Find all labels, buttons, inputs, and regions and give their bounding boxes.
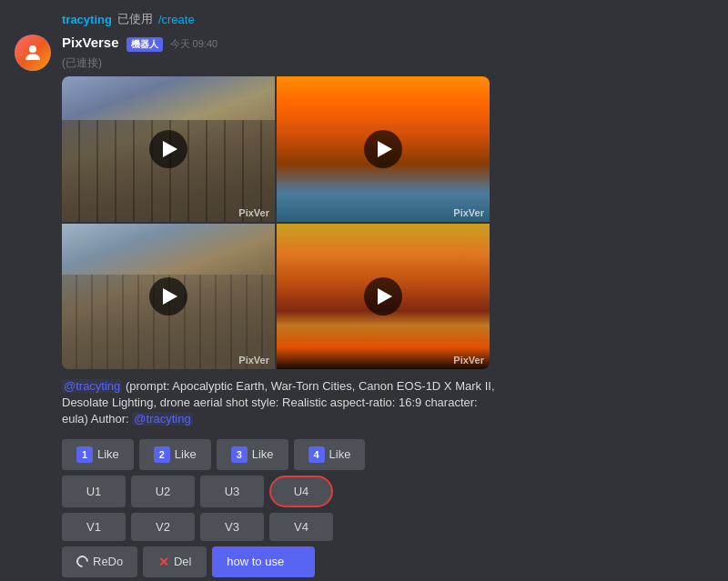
- play-icon-1: [163, 141, 177, 157]
- u-button-row: U1 U2 U3 U4: [62, 476, 499, 507]
- message-row: PixVerse 機器人 今天 09:40 (已連接) PixVer: [15, 35, 713, 577]
- v3-label: V3: [225, 520, 239, 534]
- like-button-row: 1 Like 2 Like 3 Like 4 Like: [62, 439, 499, 470]
- v4-button[interactable]: V4: [269, 513, 333, 541]
- like-label-4: Like: [329, 447, 351, 461]
- video-thumb-1[interactable]: PixVer: [62, 76, 275, 222]
- watermark-3: PixVer: [238, 355, 269, 366]
- like-label-2: Like: [175, 447, 197, 461]
- v1-button[interactable]: V1: [62, 513, 126, 541]
- avatar: [15, 35, 51, 71]
- watermark-2: PixVer: [453, 207, 484, 218]
- redo-icon: [74, 553, 90, 569]
- status-text: (已連接): [62, 55, 713, 71]
- video-thumb-2[interactable]: PixVer: [277, 76, 490, 222]
- video-grid: PixVer PixVer PixVer: [62, 76, 490, 369]
- play-button-2[interactable]: [364, 130, 402, 168]
- watermark-1: PixVer: [238, 207, 269, 218]
- action-username: tracyting: [62, 13, 112, 26]
- v1-label: V1: [86, 520, 101, 534]
- user-action-row: tracyting 已使用 /create: [15, 11, 713, 27]
- play-button-1[interactable]: [149, 130, 187, 168]
- how-to-use-label: how to use: [227, 555, 284, 568]
- play-icon-2: [378, 141, 392, 157]
- message-content: PixVerse 機器人 今天 09:40 (已連接) PixVer: [62, 35, 713, 577]
- redo-button[interactable]: ReDo: [62, 546, 137, 577]
- like-num-2: 2: [154, 446, 170, 463]
- del-icon: ✕: [158, 555, 169, 569]
- like-button-4[interactable]: 4 Like: [294, 439, 366, 470]
- message-header: PixVerse 機器人 今天 09:40: [62, 35, 713, 52]
- v-button-row: V1 V2 V3 V4: [62, 513, 499, 541]
- u3-label: U3: [225, 485, 240, 498]
- mention-user: @tracyting: [62, 379, 122, 393]
- chat-container: tracyting 已使用 /create PixVerse 機器人 今天 09…: [0, 0, 728, 581]
- like-button-3[interactable]: 3 Like: [217, 439, 288, 470]
- watermark-4: PixVer: [453, 355, 484, 366]
- timestamp: 今天 09:40: [170, 37, 218, 51]
- v3-button[interactable]: V3: [200, 513, 264, 541]
- play-button-3[interactable]: [149, 277, 187, 316]
- like-label-3: Like: [252, 447, 274, 461]
- u2-button[interactable]: U2: [131, 476, 195, 507]
- u1-button[interactable]: U1: [62, 476, 126, 507]
- how-to-use-button[interactable]: how to use？: [212, 546, 315, 577]
- mention-author: @tracyting: [132, 412, 192, 426]
- like-num-4: 4: [308, 446, 325, 463]
- del-button[interactable]: ✕ Del: [143, 546, 207, 577]
- svg-point-0: [29, 45, 36, 53]
- question-mark-icon: ？: [288, 554, 300, 570]
- like-label-1: Like: [97, 447, 119, 461]
- avatar-inner: [15, 35, 51, 71]
- play-icon-3: [163, 288, 177, 305]
- u2-label: U2: [156, 485, 171, 498]
- action-command: /create: [158, 13, 195, 26]
- action-button-row: ReDo ✕ Del how to use？: [62, 546, 499, 577]
- action-text: 已使用: [117, 11, 153, 27]
- v2-label: V2: [156, 520, 170, 534]
- play-button-4[interactable]: [364, 277, 402, 316]
- u4-button[interactable]: U4: [269, 476, 333, 507]
- like-button-1[interactable]: 1 Like: [62, 439, 134, 470]
- v4-label: V4: [294, 520, 308, 534]
- del-label: Del: [174, 555, 192, 568]
- description-body: (prompt: Apocalyptic Earth, War-Torn Cit…: [62, 379, 495, 426]
- play-icon-4: [378, 288, 392, 305]
- like-button-2[interactable]: 2 Like: [139, 439, 211, 470]
- like-num-3: 3: [231, 446, 248, 463]
- bot-name: PixVerse: [62, 35, 119, 50]
- redo-label: ReDo: [93, 555, 123, 568]
- u1-label: U1: [86, 485, 102, 498]
- description: @tracyting (prompt: Apocalyptic Earth, W…: [62, 378, 499, 428]
- v2-button[interactable]: V2: [131, 513, 195, 541]
- like-num-1: 1: [76, 446, 93, 463]
- bot-badge: 機器人: [126, 37, 163, 52]
- u3-button[interactable]: U3: [200, 476, 264, 507]
- u4-label: U4: [294, 485, 309, 498]
- button-rows: 1 Like 2 Like 3 Like 4 Like: [62, 439, 499, 577]
- video-thumb-3[interactable]: PixVer: [62, 224, 275, 369]
- video-thumb-4[interactable]: PixVer: [277, 224, 490, 369]
